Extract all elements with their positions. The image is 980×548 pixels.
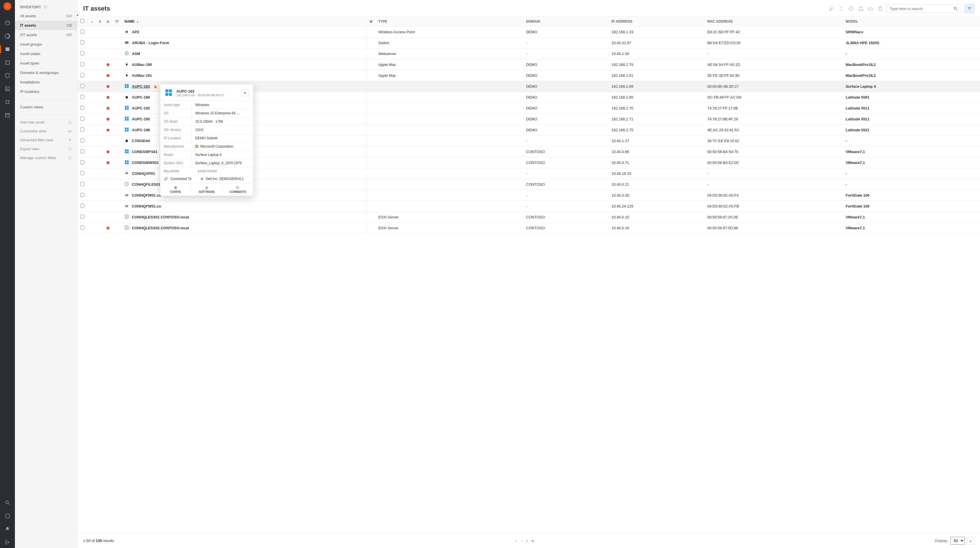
table-row[interactable]: AP2 Wireless Access Point DEMO 192.168.1…: [77, 27, 980, 38]
sidebar-item[interactable]: Domains & workgroups: [15, 68, 77, 77]
scroll-top-button[interactable]: ▲: [967, 537, 974, 545]
table-row[interactable]: CONHQFW01.co - 10.40.24.129 04:D5:90:02:…: [77, 201, 980, 212]
table-row[interactable]: ⬣ AUMac-191 Apple Mac DEMO 192.168.2.81 …: [77, 70, 980, 81]
asset-name[interactable]: CONHQAP01: [132, 172, 155, 176]
row-checkbox[interactable]: [80, 62, 84, 66]
rail-logout-icon[interactable]: [0, 537, 15, 548]
asset-name[interactable]: AUPC-163: [132, 84, 150, 89]
row-checkbox[interactable]: [80, 127, 84, 132]
row-checkbox[interactable]: [80, 214, 84, 219]
sidebar-item[interactable]: Asset states: [15, 49, 77, 59]
row-checkbox[interactable]: [80, 95, 84, 99]
row-checkbox[interactable]: [80, 106, 84, 110]
sidebar-item[interactable]: Installations: [15, 77, 77, 87]
rail-reports-icon[interactable]: [0, 83, 15, 95]
popover-software[interactable]: ◎SOFTWARE: [191, 183, 222, 196]
asset-name[interactable]: CONHQLESX02.CONTOSO.local: [132, 226, 189, 230]
pager-last[interactable]: »: [532, 538, 534, 543]
asset-name[interactable]: CONHQFW01.co: [132, 193, 161, 197]
manage-custom-fields[interactable]: Manage custom fields!: [15, 153, 77, 162]
asset-name[interactable]: AUPC-189: [132, 95, 150, 100]
asset-name[interactable]: AUPC-192: [132, 106, 150, 110]
asset-name[interactable]: CONHQFW01.co: [132, 204, 161, 208]
col-domain[interactable]: DOMAIN: [523, 16, 609, 27]
sidebar-item[interactable]: IP locations: [15, 87, 77, 96]
rail-help-icon[interactable]: [0, 510, 15, 522]
table-row[interactable]: CONHQLESX01.CONTOSO.local ESXi Server CO…: [77, 212, 980, 223]
popover-comments[interactable]: 🗨COMMENTS: [223, 183, 253, 196]
filter-button[interactable]: [964, 4, 974, 13]
info-icon[interactable]: ⓘ: [44, 5, 47, 10]
col-checkbox[interactable]: [77, 16, 88, 27]
row-checkbox[interactable]: [80, 204, 84, 208]
rail-store-icon[interactable]: [0, 110, 15, 121]
row-checkbox[interactable]: [80, 193, 84, 197]
sidebar-custom-views[interactable]: Custom views: [15, 102, 77, 112]
popover-edit-button[interactable]: ✎: [241, 89, 249, 97]
asset-name[interactable]: CONESWWS01: [132, 160, 159, 165]
row-checkbox[interactable]: [80, 117, 84, 121]
table-row[interactable]: ⬣ AUMac-190 Apple Mac DEMO 192.168.2.79 …: [77, 59, 980, 70]
rail-bell-icon[interactable]: [0, 523, 15, 535]
asset-name[interactable]: C7003D4X: [132, 139, 150, 143]
rail-inventory-icon[interactable]: [0, 44, 15, 55]
edit-icon[interactable]: [829, 6, 834, 11]
row-checkbox[interactable]: [80, 226, 84, 230]
search-icon[interactable]: [953, 6, 958, 11]
scan-icon[interactable]: [838, 6, 844, 11]
sidebar-item[interactable]: Asset groups: [15, 40, 77, 49]
search-box[interactable]: [886, 4, 961, 13]
trash-icon[interactable]: [877, 6, 883, 11]
pager-first[interactable]: «: [515, 538, 517, 543]
cloud-icon[interactable]: [868, 6, 873, 11]
advanced-filter-view[interactable]: Advanced filter view: [15, 135, 77, 145]
rel-target[interactable]: Dell Inc. DEMOSERIAL1: [206, 177, 244, 181]
table-row[interactable]: ARUBA - Login Form Switch - 10.40.32.67 …: [77, 38, 980, 48]
add-new-asset[interactable]: Add new asset!: [15, 118, 77, 127]
row-checkbox[interactable]: [80, 73, 84, 77]
col-ip[interactable]: IP ADDRESS: [609, 16, 705, 27]
search-input[interactable]: [890, 6, 953, 11]
relation-icon[interactable]: [858, 6, 864, 11]
rail-network-icon[interactable]: [0, 96, 15, 108]
sidebar-item[interactable]: All assets620: [15, 11, 77, 21]
asset-name[interactable]: AUMac-191: [132, 73, 152, 78]
col-copy-icon[interactable]: ⧉: [367, 16, 375, 27]
asset-name[interactable]: AUMac-190: [132, 62, 152, 67]
sidebar-item[interactable]: Asset types: [15, 59, 77, 68]
popover-config[interactable]: ⚙CONFIG: [160, 183, 191, 196]
row-checkbox[interactable]: [80, 30, 84, 33]
asset-name[interactable]: CONHQLESX01.CONTOSO.local: [132, 215, 189, 219]
tag-icon[interactable]: [848, 6, 854, 11]
pager-next[interactable]: ›: [527, 538, 528, 543]
col-type[interactable]: TYPE: [375, 16, 523, 27]
display-select[interactable]: 50: [950, 537, 964, 545]
col-expand[interactable]: ⌄: [88, 16, 96, 27]
rail-scan-icon[interactable]: [0, 30, 15, 42]
row-checkbox[interactable]: [80, 138, 84, 143]
asset-name[interactable]: CONESWFS01: [132, 149, 158, 154]
export-view[interactable]: Export view!: [15, 145, 77, 153]
pager-prev[interactable]: ‹: [521, 538, 522, 543]
asset-name[interactable]: ASM: [132, 52, 140, 56]
asset-name[interactable]: AP2: [132, 30, 139, 34]
table-row[interactable]: ⬣ CONHQLESX02.CONTOSO.local ESXi Server …: [77, 223, 980, 233]
row-checkbox[interactable]: [80, 51, 84, 55]
sidebar-item[interactable]: OT assets485: [15, 30, 77, 40]
col-model[interactable]: MODEL: [843, 16, 980, 27]
row-checkbox[interactable]: [80, 171, 84, 175]
asset-name[interactable]: AUPC-198: [132, 128, 150, 132]
row-checkbox[interactable]: [80, 84, 84, 88]
asset-name[interactable]: CONHQFILES01: [132, 182, 161, 187]
row-checkbox[interactable]: [80, 149, 84, 153]
row-checkbox[interactable]: [80, 40, 84, 44]
rail-calendar-icon[interactable]: [0, 57, 15, 68]
row-checkbox[interactable]: [80, 160, 84, 164]
asset-name[interactable]: AUPC-195: [132, 117, 150, 121]
asset-name[interactable]: ARUBA - Login Form: [132, 41, 169, 45]
table-row[interactable]: ASM Webserver - 10.40.1.50 - -: [77, 48, 980, 59]
customize-view[interactable]: Customize view: [15, 127, 77, 135]
row-checkbox[interactable]: [80, 182, 84, 186]
sidebar-item[interactable]: IT assets135: [15, 21, 77, 30]
col-name[interactable]: NAME: [122, 16, 367, 27]
